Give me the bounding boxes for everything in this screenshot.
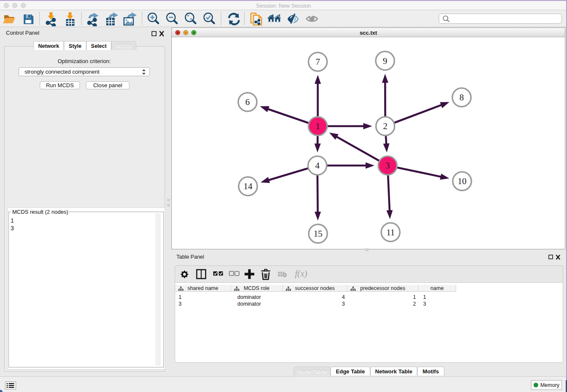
svg-text:7: 7 [316, 57, 320, 67]
svg-text:10: 10 [458, 176, 467, 186]
svg-text:2: 2 [383, 121, 388, 131]
svg-text:15: 15 [314, 229, 322, 239]
svg-text:f(x): f(x) [295, 268, 307, 279]
svg-text:11: 11 [386, 227, 395, 237]
svg-text:6: 6 [245, 97, 250, 107]
svg-text:3: 3 [385, 160, 390, 171]
svg-text:9: 9 [383, 56, 388, 66]
svg-text:4: 4 [315, 160, 320, 171]
svg-text:14: 14 [244, 181, 253, 191]
svg-text:1: 1 [316, 121, 320, 131]
svg-text:8: 8 [460, 92, 464, 102]
